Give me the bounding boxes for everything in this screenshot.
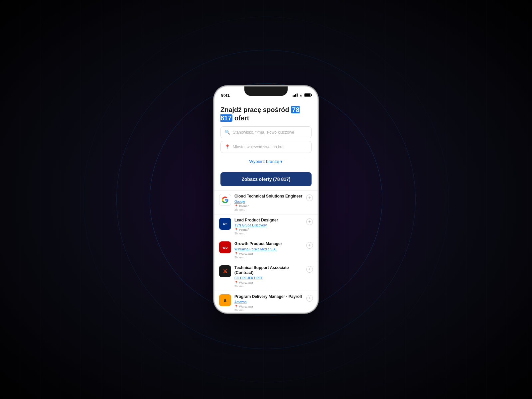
job-add-button-wp[interactable]: +: [306, 242, 313, 249]
job-time-amazon: 3h temu: [234, 309, 303, 312]
job-location-google: Poznań: [239, 204, 249, 208]
search-icon: 🔍: [225, 130, 230, 135]
app-header: Znajdź pracę spośród 78 817 ofert 🔍 Stan…: [214, 101, 318, 169]
job-title-cdpr: Technical Support Associate (Contract): [234, 265, 303, 276]
signal-bars-icon: [293, 93, 298, 97]
headline-after: ofert: [232, 114, 249, 122]
phone-frame: 9:41 ▲ Znajdź pracę spośród 78 817 ofert…: [214, 86, 318, 313]
cta-button-label: Zobacz oferty (78 817): [241, 177, 290, 182]
location-search-field[interactable]: 📍 Miasto, województwo lub kraj: [220, 141, 312, 153]
pin-icon-4: 📍: [234, 281, 238, 284]
phone-notch: [244, 86, 288, 96]
cdpr-logo: ⚔: [219, 265, 231, 277]
job-title-amazon: Program Delivery Manager - Payroll: [234, 294, 303, 300]
role-search-placeholder: Stanowisko, firma, słowo kluczowe: [233, 130, 294, 135]
job-details-wp: Growth Product Manager Wirtualna Polska …: [234, 241, 303, 259]
status-time: 9:41: [221, 93, 230, 98]
job-meta-google: 📍 Poznań: [234, 204, 303, 208]
job-company-tvn[interactable]: TVN Grupa Discovery: [234, 223, 303, 227]
job-time-tvn: 3h temu: [234, 232, 303, 235]
role-search-field[interactable]: 🔍 Stanowisko, firma, słowo kluczowe: [220, 126, 312, 138]
job-meta-wp: 📍 Warszawa: [234, 252, 303, 255]
google-logo: [219, 194, 231, 206]
job-title-google: Cloud Technical Solutions Engineer: [234, 194, 303, 199]
job-meta-amazon: 📍 Warszawa: [234, 305, 303, 308]
job-time-wp: 3h temu: [234, 256, 303, 259]
job-company-wp[interactable]: Wirtualna Polska Media S.A.: [234, 247, 303, 251]
job-details-tvn: Lead Product Designer TVN Grupa Discover…: [234, 218, 303, 235]
job-company-amazon[interactable]: Amazon: [234, 300, 303, 304]
job-details-amazon: Program Delivery Manager - Payroll Amazo…: [234, 294, 303, 312]
job-list: Cloud Technical Solutions Engineer Googl…: [214, 190, 318, 313]
job-location-wp: Warszawa: [239, 252, 253, 255]
screen-content: Znajdź pracę spośród 78 817 ofert 🔍 Stan…: [214, 101, 318, 313]
job-item-wp[interactable]: wp Growth Product Manager Wirtualna Pols…: [214, 238, 318, 262]
job-add-button-tvn[interactable]: +: [306, 218, 313, 225]
location-icon: 📍: [225, 144, 230, 150]
job-item-tvn[interactable]: tvn Lead Product Designer TVN Grupa Disc…: [214, 214, 318, 238]
branch-selector[interactable]: Wybierz branżę ▾: [220, 156, 312, 166]
job-add-button-google[interactable]: +: [306, 195, 313, 201]
job-title-tvn: Lead Product Designer: [234, 218, 303, 223]
job-company-google[interactable]: Google: [234, 200, 303, 203]
branch-selector-label: Wybierz branżę ▾: [249, 159, 283, 164]
job-details-cdpr: Technical Support Associate (Contract) C…: [234, 265, 303, 288]
location-search-placeholder: Miasto, województwo lub kraj: [233, 145, 284, 149]
tvn-logo: tvn: [219, 218, 231, 230]
job-location-tvn: Poznań: [239, 228, 249, 231]
pin-icon-2: 📍: [234, 228, 238, 231]
headline: Znajdź pracę spośród 78 817 ofert: [220, 106, 312, 122]
amazon-logo: a: [219, 294, 231, 306]
pin-icon-3: 📍: [234, 252, 238, 255]
wp-logo: wp: [219, 241, 231, 253]
svg-text:a: a: [224, 298, 226, 303]
battery-icon: [304, 93, 311, 97]
job-time-google: 3h temu: [234, 208, 303, 211]
job-add-button-amazon[interactable]: +: [306, 295, 313, 302]
pin-icon-5: 📍: [234, 305, 238, 308]
job-details-google: Cloud Technical Solutions Engineer Googl…: [234, 194, 303, 211]
job-title-wp: Growth Product Manager: [234, 241, 303, 247]
job-item-amazon[interactable]: a Program Delivery Manager - Payroll Ama…: [214, 291, 318, 313]
job-meta-cdpr: 📍 Warszawa: [234, 281, 303, 284]
cta-button[interactable]: Zobacz oferty (78 817): [220, 172, 312, 186]
job-company-cdpr[interactable]: CD PROJEKT RED: [234, 276, 303, 280]
job-add-button-cdpr[interactable]: +: [306, 266, 313, 273]
pin-icon: 📍: [234, 204, 238, 208]
job-item-google[interactable]: Cloud Technical Solutions Engineer Googl…: [214, 190, 318, 214]
job-location-cdpr: Warszawa: [239, 281, 253, 284]
status-icons: ▲: [293, 93, 311, 97]
job-meta-tvn: 📍 Poznań: [234, 228, 303, 231]
headline-before: Znajdź pracę spośród: [220, 106, 291, 113]
job-time-cdpr: 3h temu: [234, 285, 303, 288]
job-location-amazon: Warszawa: [239, 305, 253, 308]
job-item-cdpr[interactable]: ⚔ Technical Support Associate (Contract)…: [214, 262, 318, 291]
wifi-icon: ▲: [299, 93, 303, 97]
